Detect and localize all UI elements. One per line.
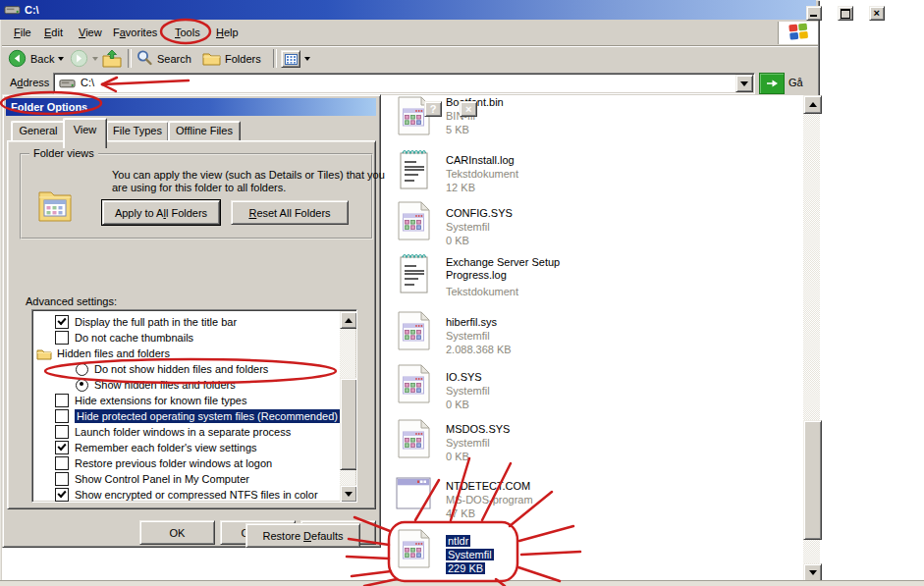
setting-hide-extensions[interactable]: Hide extensions for known file types [34,393,339,408]
file-name[interactable]: ntldr [446,535,470,547]
minimize-icon [810,15,817,17]
windows-logo-panel [778,22,818,44]
forward-icon [70,49,88,70]
checkbox-unchecked[interactable] [55,394,69,407]
checkbox-checked[interactable] [55,441,69,454]
checkbox-unchecked[interactable] [55,331,69,345]
system-file-icon [395,311,432,352]
folder-views-group: Folder views You can apply the view (suc… [20,153,373,240]
file-name[interactable]: NTDETECT.COM [446,480,530,493]
file-type: MS-DOS-program [446,494,533,506]
vertical-scrollbar[interactable] [803,95,820,580]
dialog-help-button[interactable]: ? [424,101,442,117]
file-type: Systemfil [446,437,490,450]
setting-launch-separate-process[interactable]: Launch folder windows in a separate proc… [34,424,339,440]
folder-icon [36,347,52,360]
menu-view[interactable]: View [79,27,102,38]
menu-favorites[interactable]: Favorites [113,27,157,38]
address-dropdown-button[interactable] [735,75,753,92]
forward-dropdown-icon[interactable] [92,57,98,61]
setting-show-control-panel[interactable]: Show Control Panel in My Computer [34,471,339,487]
setting-display-full-path[interactable]: Display the full path in the title bar [34,314,339,330]
up-button[interactable] [102,48,122,70]
setting-hidden-files-group[interactable]: Hidden files and folders [34,346,339,361]
list-scrollbar[interactable] [340,311,355,501]
go-label: Gå [788,77,803,88]
menu-help[interactable]: Help [216,27,239,38]
scrollbar-thumb[interactable] [340,378,357,470]
dialog-title: Folder Options [11,101,87,113]
back-dropdown-icon[interactable] [58,57,64,61]
file-name[interactable]: CARInstall.log [446,154,515,167]
help-icon: ? [430,103,437,115]
drive-icon [59,78,76,91]
reset-all-folders-button[interactable]: Reset All Folders [231,200,349,225]
restore-defaults-button[interactable]: Restore Defaults [245,523,360,548]
checkbox-unchecked[interactable] [55,472,69,486]
setting-radio-do-not-show-hidden[interactable]: Do not show hidden files and folders [34,361,339,377]
menu-tools[interactable]: Tools [175,27,200,38]
views-dropdown-icon[interactable] [304,57,310,61]
group-legend: Folder views [29,147,98,159]
file-type: Systemfil [446,330,490,343]
bottom-edge [0,580,924,586]
scroll-down-icon [345,492,353,497]
checkbox-checked[interactable] [55,488,69,502]
file-name[interactable]: MSDOS.SYS [446,423,510,436]
back-label: Back [30,53,54,65]
setting-restore-previous-windows[interactable]: Restore previous folder windows at logon [34,455,339,471]
back-button[interactable]: Back [8,48,64,70]
file-size: 229 KB [446,562,485,574]
dialog-close-button[interactable]: × [460,101,477,117]
close-button[interactable]: × [869,6,885,21]
setting-radio-show-hidden[interactable]: Show hidden files and folders [34,377,339,393]
setting-show-ntfs-color[interactable]: Show encrypted or compressed NTFS files … [34,487,339,503]
advanced-settings-list[interactable]: Display the full path in the title bar D… [31,309,357,503]
go-button[interactable] [759,73,785,94]
views-button[interactable] [281,48,310,70]
scroll-up-icon [345,318,353,323]
toolbar-separator [273,49,277,68]
file-size: 12 KB [446,182,475,194]
file-type: Tekstdokument [446,286,518,298]
scroll-down-button[interactable] [340,485,357,503]
file-name[interactable]: IO.SYS [446,371,482,384]
file-name[interactable]: CONFIG.SYS [446,207,513,220]
toolbar-separator [128,49,132,68]
folders-button[interactable]: Folders [202,48,261,70]
setting-remember-view-settings[interactable]: Remember each folder's view settings [34,440,339,455]
apply-to-all-folders-button[interactable]: Apply to All Folders [102,200,220,225]
radio-unselected[interactable] [76,363,88,376]
tab-view[interactable]: View [63,118,107,148]
dialog-titlebar[interactable]: Folder Options ? × [6,98,376,116]
menu-file[interactable]: File [14,27,31,38]
search-button[interactable]: Search [136,48,191,70]
scroll-up-button[interactable] [803,95,822,114]
setting-hide-protected[interactable]: Hide protected operating system files (R… [34,408,339,424]
forward-button[interactable] [70,48,98,70]
setting-do-not-cache-thumbnails[interactable]: Do not cache thumbnails [34,330,339,346]
checkbox-checked[interactable] [55,315,69,329]
file-name[interactable]: Exchange Server Setup Progress.log [446,256,583,282]
maximize-button[interactable] [838,6,853,21]
file-name[interactable]: hiberfil.sys [446,316,497,329]
radio-selected[interactable] [76,379,88,392]
menu-edit[interactable]: Edit [44,27,63,38]
scroll-up-button[interactable] [340,311,357,329]
window-titlebar[interactable]: C:\ × [0,0,816,20]
ok-button[interactable]: OK [139,520,215,545]
folder-views-icon [37,183,73,226]
scrollbar-thumb[interactable] [803,420,822,540]
file-size: 5 KB [446,124,469,136]
minimize-button[interactable] [806,6,822,21]
checkbox-unchecked[interactable] [55,425,69,439]
system-file-icon [395,529,432,570]
file-size: 47 KB [446,507,475,520]
up-folder-icon [102,49,122,70]
toolbar: Back Search Folders [2,46,818,72]
checkbox-unchecked[interactable] [55,409,69,423]
back-icon [8,49,27,70]
checkbox-unchecked[interactable] [55,456,69,470]
address-input[interactable]: C:\ [53,73,755,94]
file-size: 0 KB [446,235,469,247]
